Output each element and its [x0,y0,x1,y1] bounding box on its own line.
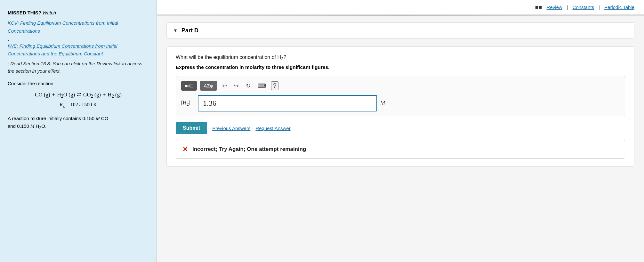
constants-link[interactable]: Constants [573,4,594,10]
action-row: Submit Previous Answers Request Answer [176,122,625,134]
feedback-text: Incorrect; Try Again; One attempt remain… [192,146,306,152]
question-text-before: What will be the equilibrium concentrati… [176,54,281,60]
mixture-text2: CO [100,116,109,121]
unit-label: M [380,100,385,107]
periodic-table-link[interactable]: Periodic Table [604,4,634,10]
separator2: | [599,4,600,10]
math-btn-label: ■√□ [185,83,193,88]
input-label: [H2] = [181,100,195,107]
mixture-text3: and 0.150 [8,123,30,129]
previous-answers-link[interactable]: Previous Answers [212,126,250,131]
consider-text: Consider the reaction [8,80,149,87]
review-link[interactable]: Review [547,4,562,10]
reaction-co: CO (g) [35,90,50,100]
keyboard-button[interactable]: ⌨ [256,81,268,91]
reaction-h2: H2 (g) [108,90,121,100]
math-toolbar: ■√□ ΑΣφ ↩ ↪ ↻ ⌨ ? [181,81,620,91]
mixture-text4: H2O. [34,123,46,129]
redo-button[interactable]: ↪ [232,81,241,91]
reaction-plus2: + [103,90,106,100]
chevron-down-icon[interactable]: ▼ [173,28,178,33]
question-text-after: ? [283,54,286,60]
review-icon: ■■ [535,4,542,11]
reset-button[interactable]: ↻ [244,81,253,91]
reaction-line: CO (g) + H2O (g) ⇌ CO2 (g) + H2 (g) [8,90,149,100]
main-content: ▼ Part D What will be the equilibrium co… [157,16,644,262]
incorrect-icon: ✕ [182,145,188,153]
missed-this-section: MISSED THIS? Watch [8,9,149,17]
mixture-m1: M [96,116,100,121]
question-instruction: Express the concentration in molarity to… [176,64,625,70]
part-d-header: ▼ Part D [166,22,634,39]
kc-line: Kc = 102 at 500 K [8,100,149,110]
link1-container[interactable]: KCV: Finding Equilibrium Concentrations … [8,19,149,35]
reaction-plus1: + [52,90,55,100]
kcv-link[interactable]: KCV: Finding Equilibrium Concentrations … [8,20,118,33]
question-text: What will be the equilibrium concentrati… [176,54,625,61]
link2-container[interactable]: IWE: Finding Equilibrium Concentrations … [8,42,149,58]
input-row: [H2] = M [181,95,620,111]
read-section-text: ; Read Section 16.8. You can click on th… [8,60,149,75]
mixture-description: A reaction mixture initially contains 0.… [8,115,149,131]
submit-button[interactable]: Submit [176,122,207,134]
separator1: | [567,4,568,10]
math-input-container: ■√□ ΑΣφ ↩ ↪ ↻ ⌨ ? [H2] = M [176,76,625,116]
undo-button[interactable]: ↩ [220,81,229,91]
kc-symbol: Kc = 102 at 500 K [60,102,97,107]
part-title: Part D [181,27,198,34]
answer-input[interactable] [198,95,377,111]
mixture-m2: M [30,124,35,129]
comma-separator: , [8,35,149,42]
greek-symbols-button[interactable]: ΑΣφ [200,81,217,91]
reaction-equation: CO (g) + H2O (g) ⇌ CO2 (g) + H2 (g) Kc =… [8,90,149,110]
request-answer-link[interactable]: Request Answer [255,126,290,131]
left-panel: MISSED THIS? Watch KCV: Finding Equilibr… [0,0,157,262]
top-bar: ■■ Review | Constants | Periodic Table [157,0,644,15]
math-templates-button[interactable]: ■√□ [181,81,197,91]
iwe-link[interactable]: IWE: Finding Equilibrium Concentrations … [8,43,117,56]
reaction-co2: CO2 (g) [83,90,101,100]
help-button[interactable]: ? [271,81,278,90]
missed-this-label: MISSED THIS? [8,10,41,15]
right-panel: ■■ Review | Constants | Periodic Table ▼… [157,0,644,262]
question-area: What will be the equilibrium concentrati… [166,46,634,167]
greek-btn-label: ΑΣφ [204,83,213,88]
feedback-box: ✕ Incorrect; Try Again; One attempt rema… [176,140,625,159]
watch-label: Watch [43,10,56,15]
mixture-text1: A reaction mixture initially contains 0.… [8,116,96,121]
reaction-h2o: H2O (g) [57,90,75,100]
reaction-arrow: ⇌ [77,90,81,100]
